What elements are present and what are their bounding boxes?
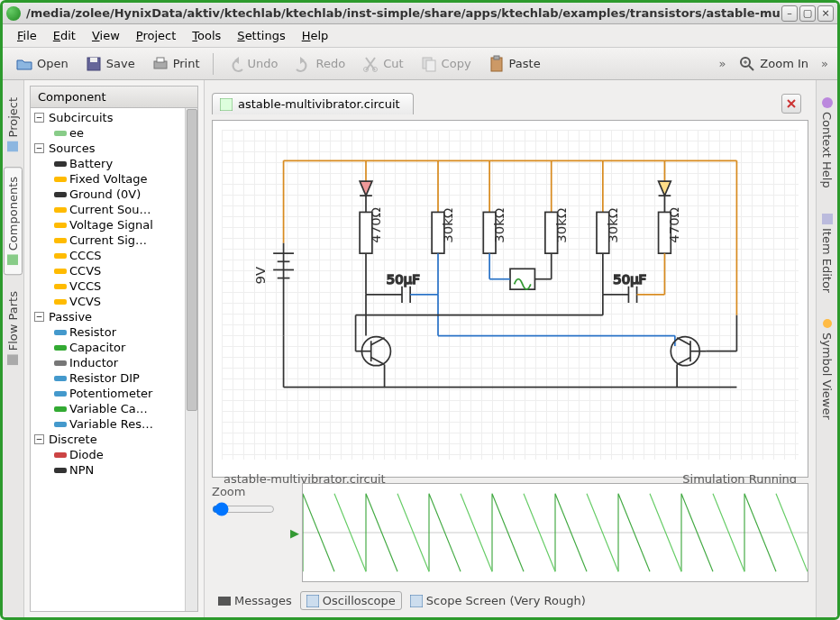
menu-tools[interactable]: Tools bbox=[185, 26, 228, 45]
menu-project[interactable]: Project bbox=[129, 26, 184, 45]
document-tab[interactable]: astable-multivibrator.circuit bbox=[212, 93, 414, 114]
tab-flow-parts[interactable]: Flow Parts bbox=[4, 281, 23, 375]
close-document-button[interactable] bbox=[781, 94, 801, 114]
expand-icon[interactable]: − bbox=[34, 434, 44, 444]
component-icon bbox=[54, 343, 67, 352]
tab-item-editor[interactable]: Item Editor bbox=[817, 204, 836, 303]
cut-button[interactable]: Cut bbox=[354, 51, 410, 77]
tree-item[interactable]: ee bbox=[32, 125, 196, 141]
minimize-button[interactable]: – bbox=[781, 5, 798, 22]
tab-scope-screen[interactable]: Scope Screen (Very Rough) bbox=[404, 591, 592, 610]
menu-edit[interactable]: Edit bbox=[46, 26, 83, 45]
zoom-label: Zoom bbox=[212, 485, 245, 498]
tab-messages[interactable]: Messages bbox=[212, 591, 298, 610]
expand-icon[interactable]: − bbox=[34, 312, 44, 322]
tree-item[interactable]: Fixed Voltage bbox=[32, 171, 196, 187]
component-icon bbox=[54, 451, 67, 460]
svg-text:50μF: 50μF bbox=[613, 271, 646, 287]
undo-button[interactable]: Undo bbox=[219, 51, 286, 77]
svg-rect-24 bbox=[54, 253, 67, 259]
save-button[interactable]: Save bbox=[78, 51, 142, 77]
tree-item[interactable]: Diode bbox=[32, 447, 196, 462]
tree-item[interactable]: Current Sou… bbox=[32, 202, 196, 217]
component-icon bbox=[54, 236, 67, 245]
svg-rect-118 bbox=[822, 214, 833, 224]
svg-rect-115 bbox=[306, 595, 319, 607]
tree-item[interactable]: Voltage Signal bbox=[32, 217, 196, 232]
svg-text:470Ω: 470Ω bbox=[368, 207, 384, 243]
svg-rect-17 bbox=[54, 131, 67, 136]
component-icon bbox=[54, 420, 67, 429]
svg-marker-56 bbox=[659, 181, 671, 196]
tree-item[interactable]: Variable Ca… bbox=[32, 401, 196, 416]
open-button[interactable]: Open bbox=[8, 51, 76, 77]
print-icon bbox=[151, 55, 169, 73]
component-icon bbox=[54, 175, 67, 184]
svg-line-101 bbox=[677, 338, 690, 345]
tree-item[interactable]: CCVS bbox=[32, 263, 196, 278]
component-icon bbox=[54, 129, 67, 138]
tree-item[interactable]: Current Sig… bbox=[32, 232, 196, 248]
tree-item[interactable]: CCCS bbox=[32, 248, 196, 263]
component-icon bbox=[54, 405, 67, 414]
tab-oscilloscope[interactable]: Oscilloscope bbox=[300, 591, 402, 610]
svg-rect-21 bbox=[54, 207, 67, 213]
zoom-slider[interactable] bbox=[212, 502, 275, 516]
paste-button[interactable]: Paste bbox=[480, 51, 548, 77]
tree-item[interactable]: Inductor bbox=[32, 355, 196, 370]
components-icon bbox=[8, 255, 19, 266]
tree-category[interactable]: −Passive bbox=[32, 309, 196, 324]
svg-rect-28 bbox=[54, 330, 67, 335]
tree-item[interactable]: Variable Res… bbox=[32, 416, 196, 432]
tree-item[interactable]: Resistor bbox=[32, 324, 196, 340]
svg-rect-37 bbox=[220, 98, 233, 111]
menu-settings[interactable]: Settings bbox=[230, 26, 292, 45]
tree-item[interactable]: Ground (0V) bbox=[32, 187, 196, 202]
svg-line-96 bbox=[371, 338, 385, 345]
overflow-chevron-2-icon[interactable]: » bbox=[817, 57, 832, 70]
tree-item[interactable]: Potentiometer bbox=[32, 386, 196, 401]
tree-category[interactable]: −Discrete bbox=[32, 432, 196, 447]
tree-item[interactable]: Capacitor bbox=[32, 340, 196, 355]
component-icon bbox=[54, 389, 67, 398]
tree-item[interactable]: VCVS bbox=[32, 294, 196, 309]
tree-item[interactable]: Resistor DIP bbox=[32, 370, 196, 386]
print-button[interactable]: Print bbox=[144, 51, 207, 77]
tree-category[interactable]: −Sources bbox=[32, 141, 196, 156]
redo-icon bbox=[295, 55, 313, 73]
redo-button[interactable]: Redo bbox=[288, 51, 353, 77]
svg-rect-19 bbox=[54, 177, 67, 182]
tree-category[interactable]: −Subcircuits bbox=[32, 110, 196, 125]
bottom-tabs: Messages Oscilloscope Scope Screen (Very… bbox=[212, 588, 808, 610]
svg-rect-31 bbox=[54, 376, 67, 381]
circuit-canvas[interactable]: 9V bbox=[222, 130, 799, 460]
oscilloscope-view[interactable] bbox=[302, 483, 808, 582]
left-dock: Project Components Flow Parts bbox=[3, 80, 24, 617]
maximize-button[interactable]: ▢ bbox=[799, 5, 816, 22]
svg-rect-27 bbox=[54, 299, 67, 305]
close-window-button[interactable]: × bbox=[817, 5, 834, 22]
copy-button[interactable]: Copy bbox=[413, 51, 479, 77]
tab-symbol-viewer[interactable]: Symbol Viewer bbox=[817, 308, 836, 430]
tab-project[interactable]: Project bbox=[4, 87, 23, 161]
expand-icon[interactable]: − bbox=[34, 143, 44, 153]
expand-icon[interactable]: − bbox=[34, 113, 44, 123]
tab-components[interactable]: Components bbox=[4, 167, 23, 275]
svg-marker-53 bbox=[360, 181, 372, 196]
menu-view[interactable]: View bbox=[85, 26, 127, 45]
component-tree[interactable]: −Subcircuitsee−SourcesBatteryFixed Volta… bbox=[32, 110, 196, 478]
svg-text:9V: 9V bbox=[252, 266, 269, 284]
tree-scrollbar[interactable] bbox=[185, 108, 197, 611]
menu-help[interactable]: Help bbox=[295, 26, 336, 45]
zoom-in-button[interactable]: Zoom In bbox=[731, 51, 816, 77]
tree-item[interactable]: NPN bbox=[32, 462, 196, 478]
tree-item[interactable]: Battery bbox=[32, 156, 196, 171]
component-panel-header: Component bbox=[30, 86, 198, 108]
undo-icon bbox=[226, 55, 244, 73]
tab-context-help[interactable]: Context Help bbox=[817, 87, 836, 198]
tree-item[interactable]: VCCS bbox=[32, 278, 196, 294]
overflow-chevron-icon[interactable]: » bbox=[715, 57, 729, 70]
circuit-file-icon bbox=[220, 98, 233, 111]
project-icon bbox=[8, 141, 19, 151]
menu-file[interactable]: File bbox=[10, 26, 44, 45]
